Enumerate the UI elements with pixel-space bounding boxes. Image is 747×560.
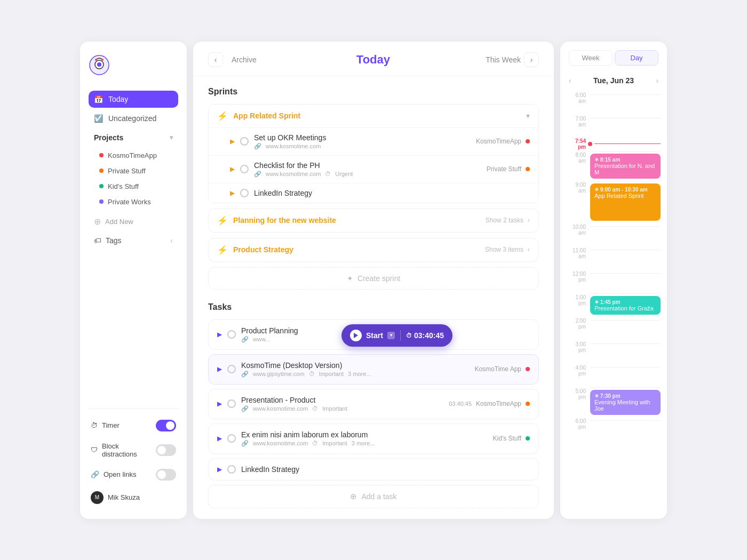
sprint-collapse-icon[interactable]: [526, 111, 530, 120]
sprint-name: Product Strategy: [233, 245, 293, 254]
block-distractions-row: 🛡 Block distractions: [89, 440, 178, 460]
project-item-kids[interactable]: Kid's Stuff: [94, 179, 178, 194]
user-profile[interactable]: M Mik Skuza: [89, 489, 178, 506]
sprint-header[interactable]: ⚡ App Related Sprint: [209, 105, 538, 127]
add-task-button[interactable]: ⊕ Add a task: [208, 485, 539, 508]
block-distractions-toggle[interactable]: [156, 444, 176, 456]
sprint-task-checklist[interactable]: ▶ Checklist for the PH 🔗 www.kosmotime.c…: [209, 155, 538, 183]
sidebar-item-today[interactable]: 📅 Today: [89, 91, 178, 108]
task-play-icon[interactable]: ▶: [217, 331, 222, 338]
task-name: LinkedIn Strategy: [241, 465, 530, 474]
task-play-icon[interactable]: ▶: [217, 435, 222, 442]
sprint-task-linkedin[interactable]: ▶ LinkedIn Strategy: [209, 183, 538, 203]
open-links-label: Open links: [104, 470, 136, 478]
time-slot-3pm: 3:00 pm: [567, 340, 661, 364]
project-dot: [526, 167, 530, 171]
sprint-bolt-icon: ⚡: [217, 245, 228, 255]
chevron-left-icon: [170, 236, 173, 245]
time-label: 3:00 pm: [567, 340, 586, 353]
open-links-toggle[interactable]: [156, 469, 176, 481]
start-popup[interactable]: Start ▾ ⏱ 03:40:45: [341, 324, 452, 347]
tab-day[interactable]: Day: [615, 50, 658, 66]
archive-button[interactable]: Archive: [227, 53, 261, 66]
app-logo: [89, 54, 110, 76]
task-row-presentation-product[interactable]: ▶ Presentation - Product 🔗 www.kosmotime…: [208, 389, 539, 419]
task-play-icon[interactable]: ▶: [217, 466, 222, 473]
time-slot-10am: 10:00 am: [567, 223, 661, 246]
timer-toggle[interactable]: [156, 420, 176, 431]
task-url: www.kosmotime.com: [266, 171, 321, 177]
calendar-event-presentation[interactable]: ✶ 8:15 am Presentation for N. and M: [590, 154, 661, 179]
tab-week[interactable]: Week: [569, 50, 613, 66]
start-time: 03:40:45: [414, 331, 444, 340]
link-icon: 🔗: [241, 440, 249, 447]
sprint-planning-new-website[interactable]: ⚡ Planning for the new website Show 2 ta…: [208, 209, 539, 233]
task-checkbox[interactable]: [227, 365, 236, 373]
task-name: Set up OKR Meetings: [254, 133, 471, 142]
divider: [400, 330, 401, 341]
block-distractions-label: Block distractions: [102, 442, 156, 458]
nav-next-button[interactable]: ›: [524, 52, 539, 67]
task-project-label: Kid's Stuff: [493, 435, 521, 442]
task-play-icon[interactable]: ▶: [230, 138, 235, 145]
start-dropdown-icon[interactable]: ▾: [387, 332, 395, 339]
time-slot-2pm: 2:00 pm: [567, 317, 661, 340]
sprints-title: Sprints: [208, 87, 539, 97]
sprint-bolt-icon: ⚡: [217, 215, 228, 226]
create-sprint-label: Create sprint: [357, 274, 400, 283]
task-play-icon[interactable]: ▶: [230, 165, 235, 173]
project-item-private-stuff[interactable]: Private Stuff: [94, 164, 178, 178]
time-slot-7am: 7:00 am: [567, 115, 661, 138]
current-time-dot: [588, 142, 592, 146]
task-urgency: Important: [322, 440, 347, 446]
sprint-task-okr[interactable]: ▶ Set up OKR Meetings 🔗 www.kosmotime.co…: [209, 127, 538, 155]
calendar-event-graza[interactable]: ✶ 1:45 pm Presentation for Graža: [590, 296, 661, 315]
task-row-kosmotime-desktop[interactable]: ▶ KosmoTime (Desktop Version) 🔗 www.gips…: [208, 354, 539, 385]
svg-point-2: [97, 62, 101, 67]
time-label: 9:00 am: [567, 181, 586, 194]
calendar-event-evening[interactable]: ✶ 7:30 pm Evening Meeting with Joe: [590, 390, 661, 415]
tags-section[interactable]: 🏷 Tags: [89, 232, 178, 249]
time-slot-9am: 9:00 am ✶ 9:00 am - 10:30 am App Related…: [567, 181, 661, 223]
main-header: ‹ Archive Today This Week ›: [193, 42, 554, 76]
task-play-icon[interactable]: ▶: [217, 365, 222, 373]
time-slot-8am: 8:00 am ✶ 8:15 am Presentation for N. an…: [567, 151, 661, 181]
calendar-event-app-sprint[interactable]: ✶ 9:00 am - 10:30 am App Related Sprint: [590, 183, 661, 221]
task-checkbox[interactable]: [227, 434, 236, 443]
project-name: Private Works: [108, 198, 151, 206]
time-label: 6:00 pm: [567, 417, 586, 430]
project-dot: [526, 436, 530, 441]
task-checkbox[interactable]: [240, 137, 249, 146]
task-play-icon[interactable]: ▶: [217, 400, 222, 407]
urgency-icon: ⏱: [325, 171, 331, 177]
open-links-row: 🔗 Open links: [89, 467, 178, 483]
task-checkbox[interactable]: [227, 399, 236, 408]
task-checkbox[interactable]: [227, 330, 236, 339]
task-play-icon[interactable]: ▶: [230, 189, 235, 197]
clock-icon: ⏱: [406, 332, 412, 339]
cal-next-button[interactable]: ›: [656, 76, 658, 85]
sprint-product-strategy[interactable]: ⚡ Product Strategy Show 3 items: [208, 238, 539, 262]
task-row-linkedin[interactable]: ▶ LinkedIn Strategy: [208, 458, 539, 481]
cal-prev-button[interactable]: ‹: [569, 76, 571, 85]
sidebar-item-uncategorized[interactable]: ☑️ Uncategorized: [89, 110, 178, 127]
time-label: 12:00 pm: [567, 270, 586, 283]
project-item-private-works[interactable]: Private Works: [94, 195, 178, 209]
current-time-line: [594, 143, 661, 145]
task-checkbox[interactable]: [227, 465, 236, 474]
task-project-label: Private Stuff: [487, 165, 521, 173]
time-slot-4pm: 4:00 pm: [567, 364, 661, 387]
sidebar-projects-header[interactable]: Projects: [89, 129, 178, 146]
create-sprint-button[interactable]: ✦ Create sprint: [208, 267, 539, 290]
project-item-kosmo[interactable]: KosmoTimeApp: [94, 148, 178, 163]
nav-prev-button[interactable]: ‹: [208, 52, 223, 67]
event-title: Presentation for N. and M: [594, 163, 656, 175]
current-time-row: 7:54 pm: [567, 138, 661, 150]
add-new-project-button[interactable]: ⊕ Add New: [89, 213, 178, 230]
urgency-icon: ⏱: [309, 371, 315, 377]
calendar-tabs: Week Day: [569, 50, 658, 66]
task-checkbox[interactable]: [240, 189, 249, 197]
task-row-ex-enim[interactable]: ▶ Ex enim nisi anim laborum ex laborum 🔗…: [208, 423, 539, 454]
this-week-button[interactable]: This Week ›: [486, 52, 539, 67]
task-checkbox[interactable]: [240, 165, 249, 173]
